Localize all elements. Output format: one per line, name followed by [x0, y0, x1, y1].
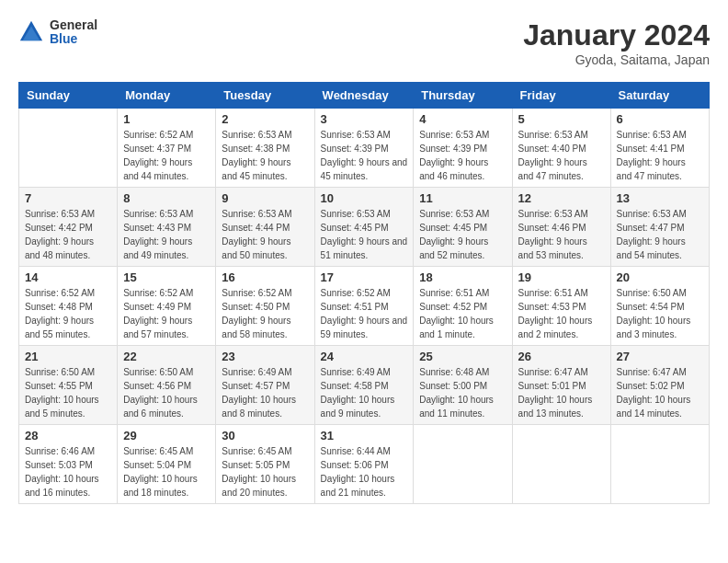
calendar-day-cell: 7Sunrise: 6:53 AMSunset: 4:42 PMDaylight…: [19, 188, 118, 267]
day-number: 3: [321, 112, 408, 126]
day-number: 25: [419, 350, 506, 363]
calendar-day-cell: 13Sunrise: 6:53 AMSunset: 4:47 PMDayligh…: [610, 188, 709, 267]
calendar-day-cell: 30Sunrise: 6:45 AMSunset: 5:05 PMDayligh…: [216, 425, 314, 504]
day-info: Sunrise: 6:52 AMSunset: 4:37 PMDaylight:…: [123, 128, 210, 183]
day-number: 19: [518, 270, 605, 284]
day-number: 27: [617, 350, 703, 363]
day-number: 14: [25, 270, 111, 284]
day-info: Sunrise: 6:48 AMSunset: 5:00 PMDaylight:…: [419, 365, 506, 420]
calendar-day-cell: 4Sunrise: 6:53 AMSunset: 4:39 PMDaylight…: [414, 109, 512, 188]
calendar-header: SundayMondayTuesdayWednesdayThursdayFrid…: [19, 83, 710, 109]
weekday-header: Monday: [118, 83, 216, 109]
day-info: Sunrise: 6:53 AMSunset: 4:38 PMDaylight:…: [222, 128, 308, 183]
calendar-day-cell: 15Sunrise: 6:52 AMSunset: 4:49 PMDayligh…: [118, 267, 216, 346]
day-number: 2: [222, 112, 308, 126]
calendar-day-cell: 21Sunrise: 6:50 AMSunset: 4:55 PMDayligh…: [19, 346, 118, 425]
day-info: Sunrise: 6:53 AMSunset: 4:40 PMDaylight:…: [518, 128, 605, 183]
day-info: Sunrise: 6:45 AMSunset: 5:04 PMDaylight:…: [123, 444, 210, 500]
day-number: 4: [419, 112, 506, 126]
title-block: January 2024 Gyoda, Saitama, Japan: [523, 18, 710, 67]
day-number: 5: [518, 112, 605, 126]
day-number: 6: [617, 112, 703, 126]
day-number: 1: [123, 112, 210, 126]
weekday-header: Tuesday: [216, 83, 314, 109]
calendar-day-cell: 6Sunrise: 6:53 AMSunset: 4:41 PMDaylight…: [610, 109, 709, 188]
weekday-header: Sunday: [19, 83, 118, 109]
calendar-day-cell: 18Sunrise: 6:51 AMSunset: 4:52 PMDayligh…: [414, 267, 512, 346]
logo-blue: Blue: [50, 32, 97, 46]
calendar-day-cell: 3Sunrise: 6:53 AMSunset: 4:39 PMDaylight…: [314, 109, 414, 188]
day-number: 30: [222, 429, 308, 442]
calendar-week-row: 14Sunrise: 6:52 AMSunset: 4:48 PMDayligh…: [19, 267, 710, 346]
calendar-day-cell: 29Sunrise: 6:45 AMSunset: 5:04 PMDayligh…: [118, 425, 216, 504]
day-number: 12: [518, 191, 605, 205]
calendar-title: January 2024: [523, 18, 710, 52]
day-number: 21: [25, 350, 111, 363]
calendar-day-cell: 2Sunrise: 6:53 AMSunset: 4:38 PMDaylight…: [216, 109, 314, 188]
calendar-day-cell: 11Sunrise: 6:53 AMSunset: 4:45 PMDayligh…: [414, 188, 512, 267]
calendar-day-cell: 22Sunrise: 6:50 AMSunset: 4:56 PMDayligh…: [118, 346, 216, 425]
day-info: Sunrise: 6:53 AMSunset: 4:43 PMDaylight:…: [123, 207, 210, 262]
logo-text: General Blue: [50, 18, 97, 47]
day-info: Sunrise: 6:53 AMSunset: 4:46 PMDaylight:…: [518, 207, 605, 262]
calendar-day-cell: [19, 109, 118, 188]
day-info: Sunrise: 6:49 AMSunset: 4:57 PMDaylight:…: [222, 365, 308, 420]
calendar-week-row: 1Sunrise: 6:52 AMSunset: 4:37 PMDaylight…: [19, 109, 710, 188]
day-number: 23: [222, 350, 308, 363]
calendar-day-cell: 19Sunrise: 6:51 AMSunset: 4:53 PMDayligh…: [512, 267, 610, 346]
calendar-week-row: 7Sunrise: 6:53 AMSunset: 4:42 PMDaylight…: [19, 188, 710, 267]
day-info: Sunrise: 6:53 AMSunset: 4:42 PMDaylight:…: [25, 207, 111, 262]
calendar-day-cell: 12Sunrise: 6:53 AMSunset: 4:46 PMDayligh…: [512, 188, 610, 267]
calendar-day-cell: 28Sunrise: 6:46 AMSunset: 5:03 PMDayligh…: [19, 425, 118, 504]
calendar-day-cell: 1Sunrise: 6:52 AMSunset: 4:37 PMDaylight…: [118, 109, 216, 188]
calendar-week-row: 28Sunrise: 6:46 AMSunset: 5:03 PMDayligh…: [19, 425, 710, 504]
day-number: 10: [321, 191, 408, 205]
logo-general: General: [50, 18, 97, 32]
calendar-day-cell: 16Sunrise: 6:52 AMSunset: 4:50 PMDayligh…: [216, 267, 314, 346]
day-info: Sunrise: 6:51 AMSunset: 4:53 PMDaylight:…: [518, 286, 605, 341]
day-number: 18: [419, 270, 506, 284]
day-info: Sunrise: 6:53 AMSunset: 4:39 PMDaylight:…: [419, 128, 506, 183]
weekday-header: Thursday: [414, 83, 512, 109]
day-info: Sunrise: 6:50 AMSunset: 4:55 PMDaylight:…: [25, 365, 111, 420]
calendar-day-cell: 20Sunrise: 6:50 AMSunset: 4:54 PMDayligh…: [610, 267, 709, 346]
header-row: SundayMondayTuesdayWednesdayThursdayFrid…: [19, 83, 710, 109]
calendar-day-cell: 10Sunrise: 6:53 AMSunset: 4:45 PMDayligh…: [314, 188, 414, 267]
day-number: 13: [617, 191, 703, 205]
day-number: 17: [321, 270, 408, 284]
day-info: Sunrise: 6:50 AMSunset: 4:56 PMDaylight:…: [123, 365, 210, 420]
calendar-week-row: 21Sunrise: 6:50 AMSunset: 4:55 PMDayligh…: [19, 346, 710, 425]
day-number: 7: [25, 191, 111, 205]
calendar-day-cell: 8Sunrise: 6:53 AMSunset: 4:43 PMDaylight…: [118, 188, 216, 267]
day-number: 28: [25, 429, 111, 442]
calendar-day-cell: 25Sunrise: 6:48 AMSunset: 5:00 PMDayligh…: [414, 346, 512, 425]
day-number: 24: [321, 350, 408, 363]
calendar-subtitle: Gyoda, Saitama, Japan: [523, 52, 710, 67]
day-info: Sunrise: 6:52 AMSunset: 4:48 PMDaylight:…: [25, 286, 111, 341]
calendar-day-cell: [414, 425, 512, 504]
day-number: 8: [123, 191, 210, 205]
calendar-table: SundayMondayTuesdayWednesdayThursdayFrid…: [18, 82, 710, 504]
calendar-day-cell: 23Sunrise: 6:49 AMSunset: 4:57 PMDayligh…: [216, 346, 314, 425]
day-number: 22: [123, 350, 210, 363]
day-number: 16: [222, 270, 308, 284]
calendar-day-cell: 17Sunrise: 6:52 AMSunset: 4:51 PMDayligh…: [314, 267, 414, 346]
day-info: Sunrise: 6:45 AMSunset: 5:05 PMDaylight:…: [222, 444, 308, 500]
day-info: Sunrise: 6:52 AMSunset: 4:51 PMDaylight:…: [321, 286, 408, 341]
day-number: 15: [123, 270, 210, 284]
day-info: Sunrise: 6:53 AMSunset: 4:45 PMDaylight:…: [419, 207, 506, 262]
day-number: 26: [518, 350, 605, 363]
day-info: Sunrise: 6:47 AMSunset: 5:02 PMDaylight:…: [617, 365, 703, 420]
day-number: 29: [123, 429, 210, 442]
calendar-body: 1Sunrise: 6:52 AMSunset: 4:37 PMDaylight…: [19, 109, 710, 504]
page-header: General Blue January 2024 Gyoda, Saitama…: [18, 18, 710, 67]
day-number: 20: [617, 270, 703, 284]
day-info: Sunrise: 6:46 AMSunset: 5:03 PMDaylight:…: [25, 444, 111, 500]
calendar-day-cell: 9Sunrise: 6:53 AMSunset: 4:44 PMDaylight…: [216, 188, 314, 267]
day-info: Sunrise: 6:44 AMSunset: 5:06 PMDaylight:…: [321, 444, 408, 500]
calendar-day-cell: 14Sunrise: 6:52 AMSunset: 4:48 PMDayligh…: [19, 267, 118, 346]
calendar-day-cell: 26Sunrise: 6:47 AMSunset: 5:01 PMDayligh…: [512, 346, 610, 425]
calendar-day-cell: 24Sunrise: 6:49 AMSunset: 4:58 PMDayligh…: [314, 346, 414, 425]
weekday-header: Friday: [512, 83, 610, 109]
weekday-header: Wednesday: [314, 83, 414, 109]
